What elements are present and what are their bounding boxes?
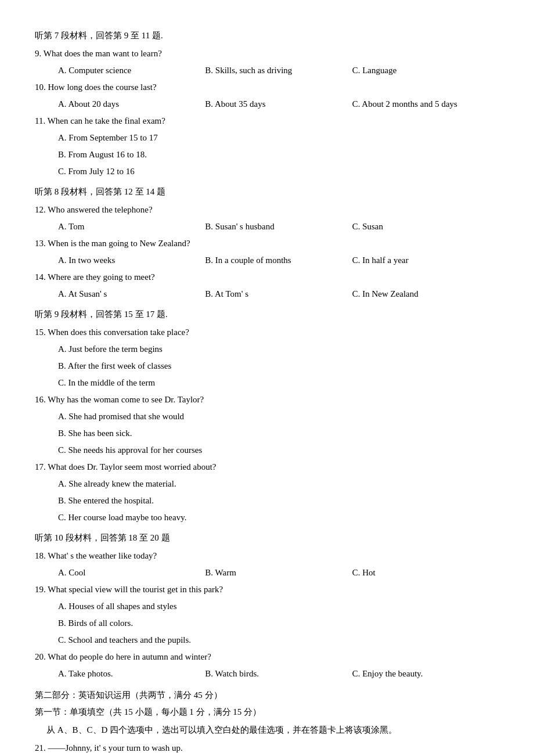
q19-option-b: B. Birds of all colors. (35, 615, 499, 631)
q13-option-c: C. In half a year (352, 253, 499, 268)
q16-text: 16. Why has the woman come to see Dr. Ta… (35, 395, 204, 404)
q15-option-c: C. In the middle of the term (35, 375, 499, 391)
q16-option-b: B. She has been sick. (35, 426, 499, 441)
question-21: 21. ——Johnny, it' s your turn to wash up… (35, 740, 499, 756)
q20-option-c: C. Enjoy the beauty. (352, 666, 499, 682)
q17-option-a: A. She already knew the material. (35, 476, 499, 492)
q16-option-a: A. She had promised that she would (35, 409, 499, 424)
q12-option-c: C. Susan (352, 219, 499, 235)
instruction: 从 A、B、C、D 四个选项中，选出可以填入空白处的最佳选项，并在答题卡上将该项… (35, 722, 499, 738)
q9-options: A. Computer science B. Skills, such as d… (35, 63, 499, 78)
q18-options: A. Cool B. Warm C. Hot (35, 565, 499, 581)
q18-text: 18. What' s the weather like today? (35, 551, 157, 560)
section10-header: 听第 10 段材料，回答第 18 至 20 题 (35, 530, 499, 546)
q9-option-b: B. Skills, such as driving (205, 63, 352, 78)
q12-option-b: B. Susan' s husband (205, 219, 352, 235)
question-18: 18. What' s the weather like today? (35, 548, 499, 564)
q13-option-a: A. In two weeks (58, 253, 205, 268)
q9-option-c: C. Language (352, 63, 499, 78)
q21-text: 21. ——Johnny, it' s your turn to wash up… (35, 743, 183, 753)
q15-option-a: A. Just before the term begins (35, 341, 499, 357)
q15-text: 15. When does this conversation take pla… (35, 327, 189, 337)
q20-text: 20. What do people do here in autumn and… (35, 652, 211, 661)
q14-option-a: A. At Susan' s (58, 286, 205, 302)
q17-option-b: B. She entered the hospital. (35, 493, 499, 509)
q14-option-c: C. In New Zealand (352, 286, 499, 302)
q20-option-b: B. Watch birds. (205, 666, 352, 682)
q13-option-b: B. In a couple of months (205, 253, 352, 268)
question-14: 14. Where are they going to meet? (35, 269, 499, 285)
q17-option-c: C. Her course load maybe too heavy. (35, 510, 499, 525)
question-11: 11. When can he take the final exam? (35, 113, 499, 129)
question-15: 15. When does this conversation take pla… (35, 325, 499, 340)
q14-option-b: B. At Tom' s (205, 286, 352, 302)
q14-text: 14. Where are they going to meet? (35, 272, 155, 282)
q20-options: A. Take photos. B. Watch birds. C. Enjoy… (35, 666, 499, 682)
q15-option-b: B. After the first week of classes (35, 358, 499, 374)
q19-option-c: C. School and teachers and the pupils. (35, 632, 499, 648)
q9-text: 9. What does the man want to learn? (35, 49, 162, 58)
q13-text: 13. When is the man going to New Zealand… (35, 239, 190, 248)
q18-option-c: C. Hot (352, 565, 499, 581)
q10-option-a: A. About 20 days (58, 96, 205, 112)
section8-header: 听第 8 段材料，回答第 12 至 14 题 (35, 184, 499, 200)
q19-option-a: A. Houses of all shapes and styles (35, 599, 499, 614)
q18-option-b: B. Warm (205, 565, 352, 581)
q16-option-c: C. She needs his approval for her course… (35, 442, 499, 458)
q11-option-a: A. From September 15 to 17 (35, 130, 499, 146)
q12-text: 12. Who answered the telephone? (35, 205, 153, 214)
question-17: 17. What does Dr. Taylor seem most worri… (35, 459, 499, 475)
q12-option-a: A. Tom (58, 219, 205, 235)
q19-text: 19. What special view will the tourist g… (35, 585, 223, 594)
q10-text: 10. How long does the course last? (35, 82, 157, 92)
q14-options: A. At Susan' s B. At Tom' s C. In New Ze… (35, 286, 499, 302)
q18-option-a: A. Cool (58, 565, 205, 581)
q10-option-c: C. About 2 months and 5 days (352, 96, 499, 112)
q10-option-b: B. About 35 days (205, 96, 352, 112)
q20-option-a: A. Take photos. (58, 666, 205, 682)
question-19: 19. What special view will the tourist g… (35, 582, 499, 597)
question-20: 20. What do people do here in autumn and… (35, 649, 499, 665)
q12-options: A. Tom B. Susan' s husband C. Susan (35, 219, 499, 235)
question-16: 16. Why has the woman come to see Dr. Ta… (35, 392, 499, 408)
section7-header: 听第 7 段材料，回答第 9 至 11 题. (35, 28, 499, 44)
q9-option-a: A. Computer science (58, 63, 205, 78)
part2-header: 第二部分：英语知识运用（共两节，满分 45 分） (35, 687, 499, 703)
section1-header: 第一节：单项填空（共 15 小题，每小题 1 分，满分 15 分） (35, 704, 499, 720)
q11-option-c: C. From July 12 to 16 (35, 164, 499, 179)
section9-header: 听第 9 段材料，回答第 15 至 17 题. (35, 307, 499, 322)
q10-options: A. About 20 days B. About 35 days C. Abo… (35, 96, 499, 112)
question-9: 9. What does the man want to learn? (35, 46, 499, 62)
q11-option-b: B. From August 16 to 18. (35, 147, 499, 163)
q17-text: 17. What does Dr. Taylor seem most worri… (35, 462, 217, 471)
page-content: 听第 7 段材料，回答第 9 至 11 题. 9. What does the … (35, 28, 499, 756)
question-13: 13. When is the man going to New Zealand… (35, 236, 499, 251)
q11-text: 11. When can he take the final exam? (35, 116, 165, 125)
q13-options: A. In two weeks B. In a couple of months… (35, 253, 499, 268)
question-10: 10. How long does the course last? (35, 80, 499, 95)
question-12: 12. Who answered the telephone? (35, 202, 499, 218)
